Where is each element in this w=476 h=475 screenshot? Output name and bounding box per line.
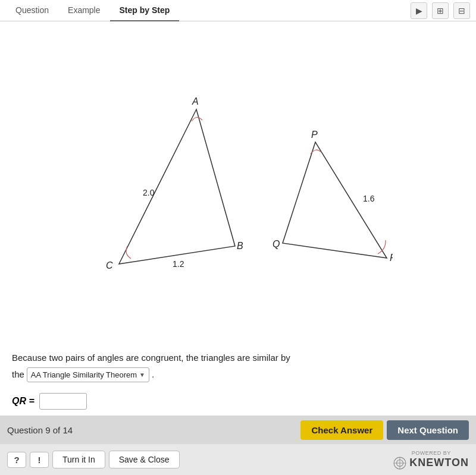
svg-text:Q: Q — [273, 239, 280, 249]
save-close-button[interactable]: Save & Close — [109, 451, 180, 468]
bottom-bar-2: ? ! Turn it In Save & Close POWERED BY K… — [0, 444, 476, 475]
svg-text:C: C — [106, 260, 113, 270]
svg-text:A: A — [192, 96, 199, 106]
knewton-brand: KNEWTON — [393, 457, 469, 470]
nav-icons: ▶ ⊞ ⊟ — [411, 2, 470, 19]
dropdown-arrow-icon: ▼ — [139, 370, 145, 379]
question-text-area: Because two pairs of angles are congruen… — [12, 345, 464, 387]
diagram-area: A B C 2.0 1.2 P Q R 1.6 — [12, 27, 464, 345]
svg-text:P: P — [311, 130, 318, 140]
tab-example[interactable]: Example — [58, 0, 109, 21]
svg-marker-0 — [119, 109, 235, 264]
bottom-bar-1: Question 9 of 14 Check Answer Next Quest… — [0, 416, 476, 444]
svg-text:B: B — [237, 241, 243, 251]
next-question-button[interactable]: Next Question — [387, 420, 469, 440]
question-counter: Question 9 of 14 — [7, 425, 300, 435]
help-exclaim-button[interactable]: ! — [30, 452, 49, 468]
triangles-diagram: A B C 2.0 1.2 P Q R 1.6 — [83, 86, 393, 288]
knewton-icon — [393, 457, 406, 470]
turn-it-in-button[interactable]: Turn it In — [52, 451, 105, 468]
print-icon[interactable]: ⊟ — [453, 2, 470, 19]
qr-answer-input[interactable] — [39, 393, 87, 410]
top-nav: Question Example Step by Step ▶ ⊞ ⊟ — [0, 0, 476, 21]
theorem-dropdown[interactable]: AA Triangle Similarity Theorem ▼ — [27, 367, 149, 383]
check-answer-button[interactable]: Check Answer — [300, 420, 383, 440]
svg-text:R: R — [390, 253, 393, 263]
qr-input-line: QR = — [12, 393, 464, 410]
play-icon[interactable]: ▶ — [411, 2, 427, 19]
knewton-logo: POWERED BY KNEWTON — [393, 450, 469, 470]
theorem-line: the AA Triangle Similarity Theorem ▼ . — [12, 367, 464, 383]
powered-by-text: POWERED BY — [412, 450, 451, 456]
svg-text:1.2: 1.2 — [173, 259, 184, 269]
main-content: A B C 2.0 1.2 P Q R 1.6 Because two pair — [0, 21, 476, 416]
help-question-button[interactable]: ? — [7, 452, 26, 468]
qr-label: QR = — [12, 396, 35, 407]
grid-icon[interactable]: ⊞ — [432, 2, 449, 19]
tab-question[interactable]: Question — [6, 0, 58, 21]
svg-text:1.6: 1.6 — [363, 194, 375, 203]
tab-step-by-step[interactable]: Step by Step — [110, 0, 180, 21]
question-text-line1: Because two pairs of angles are congruen… — [12, 351, 464, 365]
svg-text:2.0: 2.0 — [143, 188, 155, 197]
